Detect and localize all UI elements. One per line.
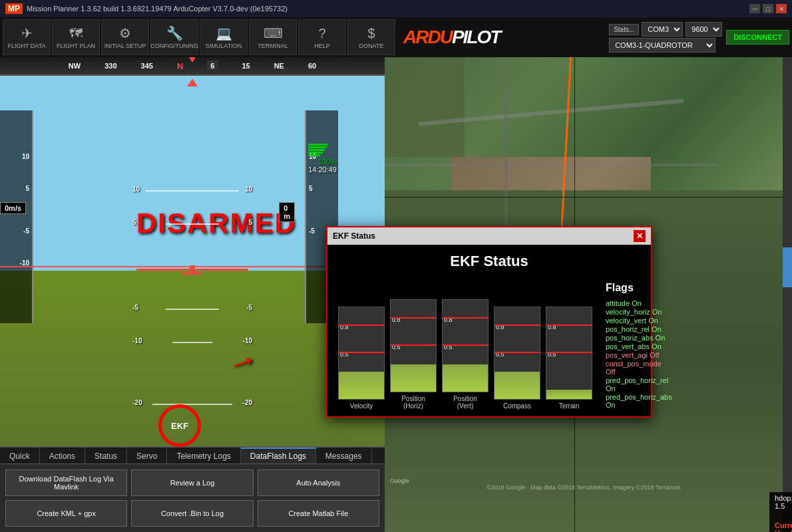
initial-setup-icon: ⚙ — [119, 25, 131, 41]
ekf-close-button[interactable]: ✕ — [634, 230, 646, 242]
compass-n: N — [177, 61, 183, 71]
battery-bar-4 — [308, 152, 323, 154]
tab-actions[interactable]: Actions — [40, 448, 85, 464]
ekf-bar-compass: 0.8 0.5 Compass — [494, 307, 540, 410]
map-info-row: hdop: 1.5 Sats: 7 — [769, 492, 792, 512]
ekf-bar-velocity: 0.8 0.5 Velocity — [338, 307, 385, 410]
dataflash-content: Download DataFlash Log Via Mavlink Revie… — [0, 464, 385, 532]
pitch-num-right-5: 5 — [248, 219, 252, 226]
auto-analysis-button[interactable]: Auto Analysis — [258, 469, 379, 496]
ekf-bar-pos-horiz: 0.8 0.5 Position(Horiz) — [390, 299, 437, 410]
toolbar-terminal[interactable]: ⌨ TERMINAL — [249, 19, 297, 55]
pitch-num-left-neg10: -10 — [132, 337, 142, 344]
title-area: MP Mission Planner 1.3.62 build 1.3.6921… — [5, 3, 288, 14]
minimize-button[interactable]: ─ — [749, 4, 760, 13]
pitch-line-neg20 — [152, 404, 232, 405]
simulation-label: SIMULATION — [206, 43, 242, 49]
compass-15: 15 — [242, 62, 250, 70]
ekf-bar-fill-vel — [339, 372, 384, 399]
hdop-display: hdop: 1.5 — [775, 494, 792, 510]
speed-box: 0m/s — [0, 202, 26, 214]
ekf-label-terrain: Terrain — [559, 402, 580, 410]
stats-row: Stats... COM3 9600 — [609, 22, 722, 37]
toolbar-flight-plan[interactable]: 🗺 FLIGHT PLAN — [52, 19, 100, 55]
ekf-bar-terrain: 0.8 0.5 Terrain — [546, 307, 592, 410]
map-scrollbar-thumb[interactable] — [783, 247, 792, 287]
wing-right — [195, 269, 248, 271]
tab-telemetry-logs[interactable]: Telemetry Logs — [167, 448, 240, 464]
pitch-num-right-10: 10 — [245, 186, 252, 193]
map-bottom-bar: hdop: 1.5 Sats: 7 Current Heading | Dire… — [769, 492, 792, 532]
create-matlab-button[interactable]: Create Matlab File — [258, 500, 379, 527]
create-kml-button[interactable]: Create KML + gpx — [5, 500, 127, 527]
ekf-body: 0.8 0.5 Velocity 0.8 0.5 Position(Horiz — [327, 275, 651, 416]
toolbar-help[interactable]: ? HELP — [298, 19, 346, 55]
alt-neg5: -5 — [309, 227, 315, 235]
tab-messages[interactable]: Messages — [316, 448, 372, 464]
ekf-bar-fill-ph — [391, 364, 436, 392]
alt-box: 0 m — [279, 202, 295, 222]
google-logo: Google — [390, 477, 409, 484]
ekf-bar-pos-vert: 0.8 0.5 Position(Vert) — [442, 299, 489, 410]
toolbar-flight-data[interactable]: ✈ FLIGHT DATA — [3, 19, 51, 55]
maximize-button[interactable]: □ — [763, 4, 773, 13]
ekf-bar-velocity-wrap: 0.8 0.5 — [338, 307, 385, 400]
stats-button[interactable]: Stats... — [609, 24, 639, 35]
toolbar-right: Stats... COM3 9600 COM3-1-QUADROTOR DISC… — [609, 22, 789, 53]
ekf-modal: EKF Status ✕ EKF Status 0.8 0.5 Velocity… — [326, 226, 652, 418]
crosshair-horizontal — [385, 197, 792, 198]
battery-pct: 100% — [308, 158, 337, 166]
tabs-row: Quick Actions Status Servo Telemetry Log… — [0, 448, 385, 464]
simulation-icon: 💻 — [216, 25, 232, 41]
ekf-label: EKF — [171, 421, 188, 431]
ekf-redline-05-co — [495, 352, 540, 353]
toolbar-donate[interactable]: $ DONATE — [347, 19, 395, 55]
ekf-flag-vel-vert: velocity_vert On — [606, 317, 672, 325]
ekf-label-velocity: Velocity — [350, 402, 373, 410]
compass-60: 60 — [308, 62, 316, 70]
initial-setup-label: INITIAL SETUP — [104, 43, 146, 49]
speed-neg5: -5 — [23, 227, 29, 235]
toolbar-simulation[interactable]: 💻 SIMULATION — [200, 19, 248, 55]
ekf-label-pos-vert: Position(Vert) — [453, 395, 477, 410]
ekf-label-compass: Compass — [503, 402, 531, 410]
tab-quick[interactable]: Quick — [0, 448, 40, 464]
help-label: HELP — [314, 43, 330, 49]
vehicle-select[interactable]: COM3-1-QUADROTOR — [609, 38, 715, 53]
map-scrollbar[interactable] — [783, 57, 792, 532]
annotation-arrow: → — [221, 338, 264, 384]
terminal-icon: ⌨ — [264, 25, 283, 41]
ekf-flags-section: Flags attitude On velocity_horiz On velo… — [599, 282, 672, 410]
disconnect-button[interactable]: DISCONNECT — [726, 30, 789, 45]
pitch-line-5 — [166, 223, 219, 225]
ekf-redline-08-co — [495, 325, 540, 326]
tab-servo[interactable]: Servo — [127, 448, 167, 464]
heading-row: Current Heading | Direct to current WP T… — [769, 512, 792, 532]
ekf-bar-compass-wrap: 0.8 0.5 — [494, 307, 540, 400]
app-title: Mission Planner 1.3.62 build 1.3.6921.19… — [27, 5, 288, 13]
speed-tape: 0m/s 10 5 -5 -10 — [0, 110, 33, 323]
close-button[interactable]: ✕ — [776, 4, 787, 13]
review-log-button[interactable]: Review a Log — [131, 469, 253, 496]
donate-label: DONATE — [359, 43, 384, 49]
pitch-num-left-5: 5 — [132, 219, 136, 226]
download-dataflash-button[interactable]: Download DataFlash Log Via Mavlink — [5, 469, 127, 496]
tab-dataflash-logs[interactable]: DataFlash Logs — [241, 448, 316, 464]
toolbar: ✈ FLIGHT DATA 🗺 FLIGHT PLAN ⚙ INITIAL SE… — [0, 17, 792, 57]
tab-status[interactable]: Status — [85, 448, 127, 464]
baud-rate-select[interactable]: 9600 — [686, 22, 722, 37]
com-port-select[interactable]: COM3 — [642, 22, 683, 37]
ekf-redline-08-pv — [443, 317, 488, 319]
flight-data-icon: ✈ — [21, 25, 33, 41]
ekf-modal-title: EKF Status — [333, 231, 375, 241]
map-region-3 — [385, 57, 465, 157]
ekf-indicator[interactable]: EKF — [160, 406, 200, 446]
pitch-line-neg5 — [166, 309, 219, 310]
toolbar-initial-setup[interactable]: ⚙ INITIAL SETUP — [101, 19, 149, 55]
toolbar-config-tuning[interactable]: 🔧 CONFIG/TUNING — [150, 19, 198, 55]
compass-345: 345 — [141, 62, 153, 70]
flight-plan-icon: 🗺 — [69, 26, 83, 41]
ekf-flags-title: Flags — [606, 282, 672, 294]
ekf-flag-pos-horiz-abs: pos_horiz_abs On — [606, 334, 672, 342]
convert-bin-button[interactable]: Convert .Bin to Log — [131, 500, 253, 527]
